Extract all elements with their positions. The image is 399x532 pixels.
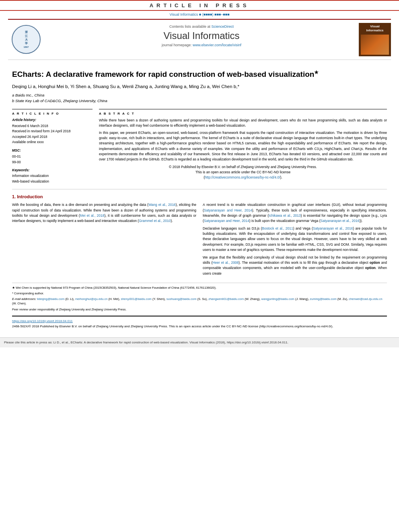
- intro-right-para-1: Declarative languages such as D3.js (Bos…: [203, 226, 387, 253]
- citation-text: Please cite this article in press as: Li…: [4, 341, 288, 344]
- affiliation-b: b State Key Lab of CAD&CG, Zhejiang Univ…: [12, 98, 387, 104]
- keywords-label: Keywords:: [12, 168, 93, 172]
- thumb-image: [361, 35, 389, 55]
- footnote-corresponding: * Corresponding author.: [12, 291, 387, 296]
- info-abstract-section: A R T I C L E I N F O Article history: R…: [12, 109, 387, 185]
- abstract-label: A B S T R A C T: [99, 112, 387, 115]
- header-center: Contents lists available at ScienceDirec…: [44, 23, 359, 56]
- msc-label: MSC:: [12, 148, 93, 152]
- citation-bar: Please cite this article in press as: Li…: [0, 337, 399, 347]
- keywords-text: Information visualization Web-based visu…: [12, 173, 93, 184]
- article-in-press-banner: ARTICLE IN PRESS: [0, 0, 399, 11]
- msc-text: 00-01 99-00: [12, 154, 93, 165]
- doi-area: https://doi.org/10.1016/j.visinf.2018.04…: [12, 316, 387, 329]
- authors-line: Deqing Li a, Honghui Mei b, Yi Shen a, S…: [12, 83, 387, 90]
- article-title: ECharts: A declarative framework for rap…: [12, 70, 387, 80]
- doi-link[interactable]: https://doi.org/10.1016/j.visinf.2018.04…: [12, 319, 387, 324]
- journal-title: Visual Informatics: [48, 30, 355, 41]
- keyword-0: Information visualization: [12, 173, 93, 179]
- history-line-1: Received in revised form 24 April 2018: [12, 129, 93, 134]
- section-1-heading: 1. Introduction: [12, 194, 387, 199]
- email-list[interactable]: lideqing@baidu.com: [37, 297, 64, 301]
- doi-anchor[interactable]: https://doi.org/10.1016/j.visinf.2018.04…: [12, 319, 73, 323]
- sciencedirect-line: Contents lists available at ScienceDirec…: [48, 25, 355, 29]
- history-line-0: Received 6 March 2018: [12, 123, 93, 129]
- sciencedirect-label: Contents lists available at: [169, 25, 210, 29]
- logo-circle: 浙江大学1897: [12, 25, 41, 54]
- journal-header: 浙江大学1897 Contents lists available at Sci…: [8, 19, 391, 60]
- section-1-col-right: A recent trend is to enable visualizatio…: [203, 202, 387, 278]
- section-divider: [12, 189, 387, 189]
- journal-ref-line: Visual Informatics ■ (■■■■) ■■■–■■■: [0, 12, 399, 16]
- thumb-title: Visual Informatics: [366, 25, 383, 33]
- homepage-url[interactable]: www.elsevier.com/locate/visinf: [193, 43, 241, 47]
- section-1-body: With the boosting of data, there is a di…: [12, 202, 387, 278]
- history-line-3: Available online xxxx: [12, 140, 93, 145]
- intro-right-para-0: A recent trend is to enable visualizatio…: [203, 202, 387, 224]
- journal-homepage: journal homepage: www.elsevier.com/locat…: [48, 43, 355, 47]
- cc-link[interactable]: http://creativecommons.org/licenses/by-n…: [205, 175, 280, 179]
- journal-logo: 浙江大学1897: [8, 23, 44, 56]
- logo-inner-text: 浙江大学1897: [24, 30, 29, 49]
- article-info-label: A R T I C L E I N F O: [12, 112, 93, 115]
- keyword-1: Web-based visualization: [12, 179, 93, 185]
- abstract-text: While there have been a dozen of authori…: [99, 118, 387, 181]
- msc-line-0: 00-01: [12, 154, 93, 160]
- article-info-col: A R T I C L E I N F O Article history: R…: [12, 109, 93, 185]
- sciencedirect-link[interactable]: ScienceDirect: [212, 25, 234, 29]
- history-text: Received 6 March 2018 Received in revise…: [12, 123, 93, 145]
- journal-thumbnail: Visual Informatics: [359, 23, 391, 56]
- homepage-label: journal homepage:: [162, 43, 192, 47]
- footnote-area: ★ Wei Chen is supported by National 973 …: [12, 283, 387, 312]
- main-content: ECharts: A declarative framework for rap…: [0, 60, 399, 333]
- abstract-para-0: While there have been a dozen of authori…: [99, 118, 387, 128]
- abstract-copyright: © 2018 Published by Elsevier B.V. on beh…: [99, 164, 387, 181]
- history-line-2: Accepted 26 April 2018: [12, 134, 93, 140]
- intro-left-para-0: With the boosting of data, there is a di…: [12, 202, 196, 224]
- footnote-emails: E-mail addresses: lideqing@baidu.com (D.…: [12, 297, 387, 306]
- affiliation-a: a Baidu Inc., China: [12, 92, 387, 98]
- history-label: Article history:: [12, 118, 93, 122]
- issn-line: 2468-502X/© 2018 Published by Elsevier B…: [12, 324, 387, 329]
- email-label: E-mail addresses:: [12, 297, 36, 301]
- title-star: ★: [314, 70, 319, 75]
- section-1-col-left: With the boosting of data, there is a di…: [12, 202, 196, 278]
- abstract-para-1: In this paper, we present ECharts, an op…: [99, 130, 387, 162]
- msc-line-1: 99-00: [12, 160, 93, 165]
- affiliations: a Baidu Inc., China b State Key Lab of C…: [12, 92, 387, 104]
- footnote-peer-review: Peer review under responsibility of Zhej…: [12, 307, 387, 312]
- intro-right-para-2: We argue that the flexibility and comple…: [203, 255, 387, 276]
- abstract-col: A B S T R A C T While there have been a …: [99, 109, 387, 185]
- footnote-star: ★ Wei Chen is supported by National 973 …: [12, 286, 387, 290]
